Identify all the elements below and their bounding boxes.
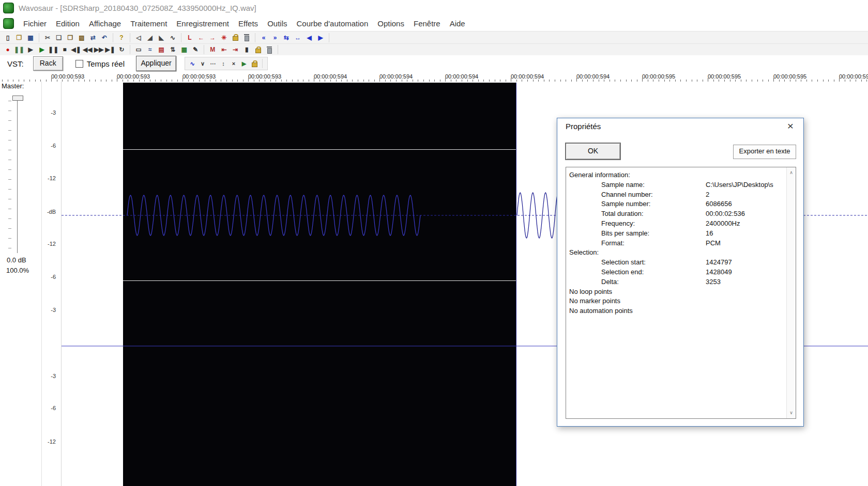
loop-playback-icon[interactable]: ↻ (116, 45, 127, 54)
zoom-sel-end-icon[interactable]: » (270, 33, 280, 42)
resize-icon[interactable]: ↕ (219, 59, 228, 68)
play-icon[interactable]: ▶ (37, 45, 47, 54)
midi-icon[interactable]: M (207, 45, 218, 54)
apply-button[interactable]: Appliquer (136, 56, 176, 71)
fade-out-icon[interactable]: ◣ (156, 33, 166, 42)
fader-tick (8, 199, 11, 199)
nudge-left-icon[interactable]: ⇤ (219, 45, 229, 54)
paste-insert-icon[interactable]: ▨ (77, 33, 87, 42)
delete-markers-icon[interactable] (241, 33, 252, 42)
resample-icon[interactable]: ⇅ (167, 45, 178, 54)
menu-item-enregistrement[interactable]: Enregistrement (172, 17, 234, 30)
lock-markers-icon[interactable] (230, 33, 240, 42)
insert-silence-icon[interactable]: ▭ (133, 45, 144, 54)
delete-selection-icon[interactable] (264, 45, 275, 54)
cut-icon[interactable]: ✂ (42, 33, 53, 42)
fader-tick (8, 160, 11, 160)
play-from-cursor-icon[interactable]: ▶ (25, 45, 36, 54)
forward-icon[interactable]: ▶▶ (94, 45, 104, 54)
property-value: PCM (706, 239, 721, 248)
marker-right-icon[interactable]: → (207, 33, 218, 42)
nudge-right-icon[interactable]: ⇥ (230, 45, 240, 54)
ruler-label: 00:00:00:594 (511, 73, 544, 80)
go-start-icon[interactable]: ◀❚ (71, 45, 81, 54)
spectrum-icon[interactable]: ≈ (145, 45, 155, 54)
realtime-checkbox[interactable] (75, 60, 83, 68)
pause-alt-icon[interactable]: ❚❚ (14, 45, 24, 54)
ruler-label: 00:00:00:595 (708, 73, 741, 80)
scroll-down-icon[interactable]: ∨ (787, 409, 796, 417)
menu-item-traitement[interactable]: Traitement (126, 17, 172, 30)
fade-in-icon[interactable]: ◢ (145, 33, 155, 42)
new-file-icon[interactable]: ▯ (3, 33, 13, 42)
master-label: Master: (2, 82, 24, 90)
menu-item-courbe-d-automation[interactable]: Courbe d'automation (292, 17, 373, 30)
zoom-selection-icon[interactable]: ⇆ (281, 33, 292, 42)
export-text-button[interactable]: Exporter en texte (733, 145, 796, 159)
pause-icon[interactable]: ❚❚ (48, 45, 58, 54)
fader-tick (8, 140, 11, 140)
realtime-label: Temps réel (87, 59, 125, 68)
menu-item-edition[interactable]: Edition (51, 17, 84, 30)
curve-select-icon[interactable]: ∨ (198, 59, 207, 68)
menu-item-outils[interactable]: Outils (263, 17, 292, 30)
record-icon[interactable]: ● (3, 45, 13, 54)
draw-icon[interactable]: ✎ (190, 45, 201, 54)
menu-item-fichier[interactable]: Fichier (19, 17, 51, 30)
menu-item-affichage[interactable]: Affichage (84, 17, 126, 30)
stop-icon[interactable]: ■ (59, 45, 70, 54)
ok-button[interactable]: OK (566, 143, 620, 160)
close-icon[interactable]: × (784, 119, 797, 133)
document-system-icon[interactable] (3, 18, 14, 29)
rewind-icon[interactable]: ◀◀ (82, 45, 93, 54)
master-slider-thumb[interactable] (12, 96, 23, 101)
rack-button[interactable]: Rack (33, 56, 63, 71)
channel-view-icon[interactable]: ▮ (241, 45, 252, 54)
prev-view-icon[interactable]: ◀ (304, 33, 314, 42)
property-label: No marker points (569, 297, 620, 305)
marker-all-icon[interactable]: ✳ (219, 33, 229, 42)
scroll-up-icon[interactable]: ∧ (787, 168, 796, 177)
grid-icon[interactable]: ▦ (179, 45, 189, 54)
volume-icon[interactable]: ◁ (133, 33, 144, 42)
play-curve-icon[interactable]: ▶ (239, 59, 249, 68)
properties-list[interactable]: General information:Sample name:C:\Users… (566, 167, 796, 419)
property-label: No automation points (569, 307, 633, 315)
save-icon[interactable]: ▦ (25, 33, 36, 42)
menu-item-effets[interactable]: Effets (234, 17, 263, 30)
marker-left-icon[interactable]: ← (196, 33, 206, 42)
property-value: 2 (706, 190, 709, 200)
lock-curve-icon[interactable] (250, 59, 259, 68)
menu-bar: FichierEditionAffichageTraitementEnregis… (0, 15, 868, 31)
swap-channels-icon[interactable]: ⇄ (88, 33, 98, 42)
scrollbar[interactable]: ∧ ∨ (786, 167, 796, 418)
menu-item-aide[interactable]: Aide (445, 17, 470, 30)
property-row: Channel number:2 (567, 190, 795, 200)
zoom-fit-icon[interactable]: ↔ (293, 33, 303, 42)
paste-icon[interactable]: ❒ (65, 33, 75, 42)
open-folder-icon[interactable]: ❐ (14, 33, 24, 42)
zoom-sel-start-icon[interactable]: « (258, 33, 269, 42)
master-slider-track[interactable] (17, 97, 18, 253)
menu-item-fenetre[interactable]: Fenêtre (409, 17, 445, 30)
more-icon[interactable]: ⋯ (208, 59, 218, 68)
undo-icon[interactable]: ↶ (99, 33, 110, 42)
master-percent-value: 100.0% (6, 266, 29, 274)
menu-item-options[interactable]: Options (373, 17, 409, 30)
next-view-icon[interactable]: ▶ (315, 33, 326, 42)
help-icon[interactable]: ? (116, 33, 127, 42)
go-end-icon[interactable]: ▶❚ (105, 45, 115, 54)
automation-curve-icon[interactable]: ∿ (188, 59, 197, 68)
property-label: Selection end: (601, 268, 644, 276)
close-curve-icon[interactable]: × (229, 59, 238, 68)
master-panel: Master: 0.0 dB 100.0% (0, 82, 42, 486)
copy-icon[interactable]: ❏ (54, 33, 64, 42)
time-ruler[interactable]: 00:00:00:59300:00:00:59300:00:00:59300:0… (0, 72, 868, 82)
loop-point-icon[interactable]: L (185, 33, 195, 42)
lock-edit-icon[interactable] (253, 45, 263, 54)
statistics-icon[interactable]: ▤ (156, 45, 166, 54)
title-bar: Wavosaur - [SDRSharp_20180430_072508Z_43… (0, 0, 868, 15)
property-value: 16 (706, 229, 713, 239)
property-row: Selection: (567, 248, 795, 258)
crossfade-icon[interactable]: ∿ (167, 33, 178, 42)
